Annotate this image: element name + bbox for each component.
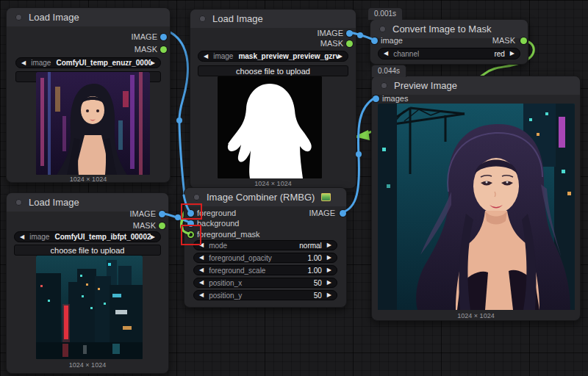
wire-midpoint-dot[interactable]: [357, 32, 363, 38]
node-title: Load Image: [29, 12, 79, 23]
output-label-mask: MASK: [320, 39, 343, 48]
collapse-dot-icon[interactable]: [15, 14, 22, 21]
next-value-arrow-icon[interactable]: ▶: [327, 267, 331, 273]
input-label-foreground-mask: foreground_mask: [197, 230, 260, 239]
mask-silhouette-image: [218, 76, 322, 178]
prev-value-arrow-icon[interactable]: ◀: [20, 234, 24, 240]
preview-result-image: [378, 104, 575, 310]
picture-icon: [321, 193, 331, 201]
output-label-image: IMAGE: [132, 32, 157, 41]
collapse-dot-icon[interactable]: [15, 199, 22, 206]
node-load-image-bottom[interactable]: Load Image IMAGE MASK ◀ image ComfyUI_te…: [6, 192, 169, 374]
next-value-arrow-icon[interactable]: ▶: [327, 242, 331, 248]
node-image-combiner[interactable]: Image Combiner (RMBG) foreground backgro…: [184, 187, 347, 308]
position-y-widget[interactable]: ◀ position_y 50 ▶: [193, 290, 337, 300]
input-port-images[interactable]: [373, 95, 379, 102]
city-image: [36, 256, 143, 359]
output-label-image: IMAGE: [318, 29, 343, 37]
combined-portrait-image: [378, 104, 575, 310]
mask-thumbnail: [218, 76, 322, 178]
node-convert-image-to-mask[interactable]: Convert Image to Mask image MASK ◀ chann…: [370, 19, 528, 65]
node-preview-image[interactable]: Preview Image images: [371, 76, 581, 321]
collapse-dot-icon[interactable]: [199, 15, 206, 22]
wire-midpoint-dot[interactable]: [175, 214, 181, 220]
node-graph-canvas[interactable]: 0.040s RMBG Load Image IMAGE MASK ◀ imag…: [0, 0, 588, 376]
foreground-scale-widget[interactable]: ◀ foreground_scale 1.00 ▶: [193, 265, 337, 275]
widget-value: 50: [314, 292, 322, 300]
prev-value-arrow-icon[interactable]: ◀: [204, 54, 208, 59]
image-filename-widget[interactable]: ◀ image ComfyUI_temp_ibfpt_00002_.png ▶: [14, 231, 161, 242]
widget-label: position_y: [209, 292, 242, 300]
node-title: Load Image: [212, 13, 263, 24]
input-port-foreground[interactable]: [187, 210, 194, 217]
wire-midpoint-dot[interactable]: [176, 118, 182, 123]
input-port-foreground-mask[interactable]: [187, 231, 194, 238]
widget-label: channel: [393, 50, 419, 58]
node-header[interactable]: Load Image: [190, 10, 356, 28]
collapse-dot-icon[interactable]: [381, 82, 387, 89]
widget-label: mode: [209, 242, 227, 250]
upload-button[interactable]: choose file to upload: [198, 65, 348, 76]
node-header[interactable]: Preview Image: [372, 76, 580, 95]
next-value-arrow-icon[interactable]: ▶: [327, 292, 331, 298]
collapse-dot-icon[interactable]: [379, 26, 386, 32]
input-port-background[interactable]: [187, 220, 194, 227]
prev-value-arrow-icon[interactable]: ◀: [199, 280, 204, 286]
widget-value: mask_preview_preview_gzrvy_00...: [238, 52, 337, 60]
image-filename-widget[interactable]: ◀ image ComfyUI_temp_enuzr_00004_.png ▶: [15, 57, 161, 68]
loaded-image-thumbnail: [36, 256, 143, 359]
prev-value-arrow-icon[interactable]: ◀: [199, 242, 204, 248]
execution-time-badge: 0.044s: [371, 65, 406, 77]
input-port-image[interactable]: [371, 37, 378, 44]
next-value-arrow-icon[interactable]: ▶: [327, 280, 331, 286]
next-value-arrow-icon[interactable]: ▶: [510, 51, 514, 57]
next-value-arrow-icon[interactable]: ▶: [151, 234, 155, 240]
image-size-caption: 1024 × 1024: [7, 176, 170, 183]
foreground-opacity-widget[interactable]: ◀ foreground_opacity 1.00 ▶: [193, 253, 337, 263]
prev-value-arrow-icon[interactable]: ◀: [199, 267, 204, 273]
node-load-image-top[interactable]: Load Image IMAGE MASK ◀ image ComfyUI_te…: [6, 7, 171, 183]
widget-value: ComfyUI_temp_enuzr_00004_.png: [56, 59, 150, 67]
image-size-caption: 1024 × 1024: [190, 180, 356, 187]
output-label-image: IMAGE: [130, 209, 156, 218]
output-port-image[interactable]: [340, 210, 346, 217]
next-value-arrow-icon[interactable]: ▶: [151, 60, 155, 66]
prev-value-arrow-icon[interactable]: ◀: [199, 292, 204, 298]
next-value-arrow-icon[interactable]: ▶: [338, 54, 343, 59]
node-header[interactable]: Image Combiner (RMBG): [184, 188, 346, 206]
output-label-mask: MASK: [133, 221, 156, 230]
node-title: Convert Image to Mask: [392, 24, 491, 35]
output-port-mask[interactable]: [159, 223, 165, 229]
output-port-mask[interactable]: [346, 40, 353, 47]
neon-girl-image: [36, 72, 150, 175]
wire-midpoint-dot[interactable]: [356, 151, 362, 157]
output-port-mask[interactable]: [160, 46, 167, 53]
input-label-background: background: [197, 219, 240, 228]
mode-widget[interactable]: ◀ mode normal ▶: [193, 240, 337, 250]
image-size-caption: 1024 × 1024: [7, 361, 168, 369]
prev-value-arrow-icon[interactable]: ◀: [21, 60, 26, 66]
output-port-image[interactable]: [346, 30, 353, 37]
widget-label: foreground_scale: [209, 267, 265, 275]
collapse-dot-icon[interactable]: [193, 194, 200, 200]
widget-value: red: [494, 50, 504, 58]
output-port-image[interactable]: [160, 34, 167, 40]
widget-value: normal: [299, 242, 322, 250]
input-label-image: image: [381, 36, 403, 45]
output-label-mask: MASK: [135, 45, 157, 54]
prev-value-arrow-icon[interactable]: ◀: [384, 51, 388, 57]
output-port-mask[interactable]: [520, 37, 527, 44]
widget-value: 1.00: [307, 254, 321, 262]
image-filename-widget[interactable]: ◀ image mask_preview_preview_gzrvy_00...…: [198, 51, 348, 62]
output-port-image[interactable]: [159, 211, 165, 217]
node-load-image-mask[interactable]: Load Image IMAGE MASK ◀ image mask_previ…: [190, 9, 356, 189]
position-x-widget[interactable]: ◀ position_x 50 ▶: [193, 278, 337, 288]
widget-label: position_x: [209, 279, 242, 287]
next-value-arrow-icon[interactable]: ▶: [327, 255, 331, 261]
upload-button[interactable]: choose file to upload: [14, 245, 161, 256]
prev-value-arrow-icon[interactable]: ◀: [199, 255, 204, 261]
widget-value: 50: [314, 279, 322, 287]
output-label-image: IMAGE: [309, 209, 335, 217]
node-header[interactable]: Load Image: [7, 8, 170, 26]
channel-widget[interactable]: ◀ channel red ▶: [378, 48, 520, 59]
